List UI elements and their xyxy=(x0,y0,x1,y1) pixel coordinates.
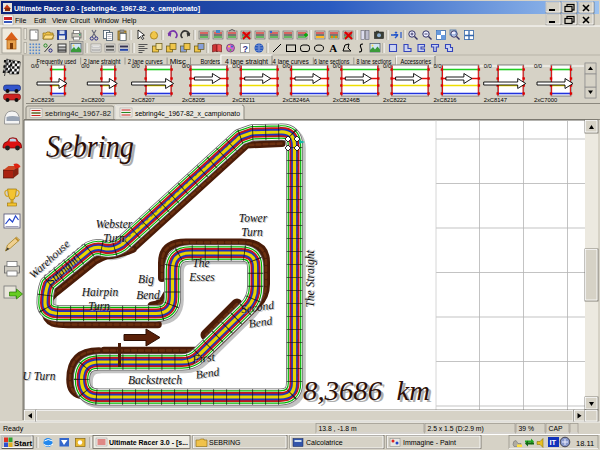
svg-text:Edit: Edit xyxy=(34,17,46,24)
svg-text:Window: Window xyxy=(94,17,120,24)
svg-text:Sebring: Sebring xyxy=(46,129,134,164)
svg-text:39 %: 39 % xyxy=(519,425,535,432)
svg-text:2.5 x 1.5 (D:2.9 m): 2.5 x 1.5 (D:2.9 m) xyxy=(428,425,484,433)
svg-text:Accessories: Accessories xyxy=(400,58,431,65)
svg-text:0/0: 0/0 xyxy=(534,63,542,69)
svg-text:2xC7000: 2xC7000 xyxy=(534,97,557,103)
svg-text:2xC8211: 2xC8211 xyxy=(232,97,255,103)
svg-text:0/0: 0/0 xyxy=(31,63,39,69)
svg-text:?: ? xyxy=(243,44,249,54)
svg-text:Ready: Ready xyxy=(3,425,24,433)
svg-text:The: The xyxy=(192,257,209,269)
svg-text:2xC8200: 2xC8200 xyxy=(81,97,104,103)
svg-text:0/0: 0/0 xyxy=(484,63,492,69)
svg-text:18.11: 18.11 xyxy=(576,439,594,448)
svg-text:Borders: Borders xyxy=(200,58,220,65)
svg-text:2xC8205: 2xC8205 xyxy=(182,97,205,103)
svg-text:0/0: 0/0 xyxy=(81,63,89,69)
svg-text:Ultimate Racer 3.0 - [s...: Ultimate Racer 3.0 - [s... xyxy=(109,439,188,447)
svg-text:0/0: 0/0 xyxy=(132,63,140,69)
svg-text:U Turn: U Turn xyxy=(23,370,56,382)
svg-text:4 lane curves: 4 lane curves xyxy=(273,58,309,65)
svg-text:CAP: CAP xyxy=(549,425,563,432)
svg-text:2xC8222: 2xC8222 xyxy=(383,97,406,103)
svg-text:13.8 , -1.8 m: 13.8 , -1.8 m xyxy=(319,425,357,432)
svg-text:0/0: 0/0 xyxy=(283,63,291,69)
svg-text:Big: Big xyxy=(138,273,154,286)
svg-text:2xC8236: 2xC8236 xyxy=(31,97,54,103)
svg-text:0/0: 0/0 xyxy=(182,63,190,69)
svg-text:2xC8207: 2xC8207 xyxy=(132,97,155,103)
svg-text:8,3686 km: 8,3686 km xyxy=(303,376,430,406)
svg-text:Immagine - Paint: Immagine - Paint xyxy=(403,439,456,447)
svg-text:Circuit: Circuit xyxy=(70,17,90,24)
svg-text:Bend: Bend xyxy=(136,289,160,301)
svg-text:Ultimate Racer 3.0 - [sebring4: Ultimate Racer 3.0 - [sebring4c_1967-82_… xyxy=(14,4,200,13)
svg-text:Frequently used: Frequently used xyxy=(37,58,77,66)
svg-text:0/0: 0/0 xyxy=(333,63,341,69)
svg-text:Turn: Turn xyxy=(103,232,125,244)
svg-text:Tower: Tower xyxy=(239,212,268,224)
svg-text:6 lane sections: 6 lane sections xyxy=(314,58,349,65)
svg-text:Calcolatrice: Calcolatrice xyxy=(306,439,343,446)
svg-text:0/0: 0/0 xyxy=(383,63,391,69)
svg-text:Help: Help xyxy=(122,17,137,25)
svg-text:Webster: Webster xyxy=(96,218,133,230)
svg-text:2xC8246A: 2xC8246A xyxy=(283,97,310,103)
svg-text:Hairpin: Hairpin xyxy=(81,286,119,299)
svg-text:Turn: Turn xyxy=(88,300,110,312)
svg-text:IT: IT xyxy=(550,438,557,447)
svg-text:The Straight: The Straight xyxy=(304,250,317,308)
svg-text:Start: Start xyxy=(14,439,33,448)
svg-text:File: File xyxy=(15,17,26,24)
svg-text:2xC8246B: 2xC8246B xyxy=(333,97,360,103)
svg-text:2xC8216: 2xC8216 xyxy=(433,97,456,103)
svg-text:0/0: 0/0 xyxy=(433,63,441,69)
svg-text:sebring4c_1967-82_x_campionato: sebring4c_1967-82_x_campionato xyxy=(135,110,240,118)
svg-text:View: View xyxy=(52,17,68,24)
svg-text:SEBRING: SEBRING xyxy=(209,439,241,446)
svg-text:A: A xyxy=(329,42,337,54)
svg-text:sebring4c_1967-82: sebring4c_1967-82 xyxy=(45,110,111,118)
svg-text:Turn: Turn xyxy=(241,226,263,238)
svg-text:Esses: Esses xyxy=(188,271,215,283)
svg-text:0/0: 0/0 xyxy=(232,63,240,69)
svg-text:Backstretch: Backstretch xyxy=(128,374,182,386)
svg-text:2xC8147: 2xC8147 xyxy=(484,97,507,103)
